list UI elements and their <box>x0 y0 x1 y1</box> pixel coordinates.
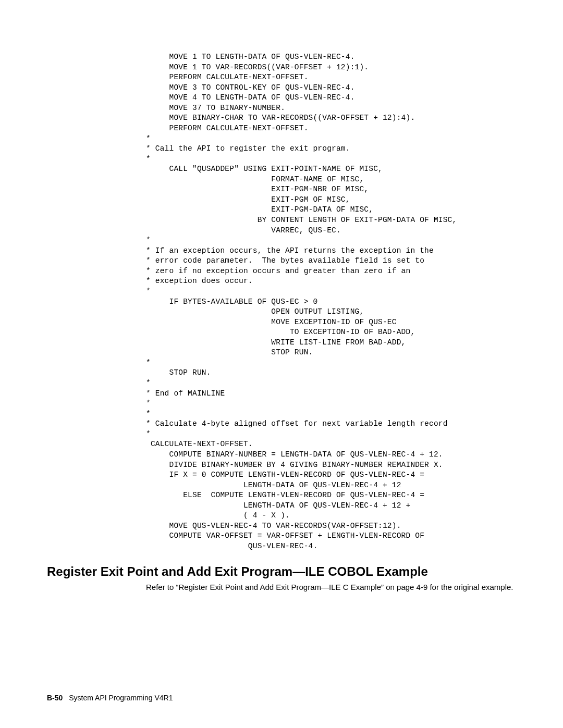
section-heading: Register Exit Point and Add Exit Program… <box>47 564 516 579</box>
body-paragraph: Refer to “Register Exit Point and Add Ex… <box>146 582 516 593</box>
page-footer: B-50 System API Programming V4R1 <box>47 694 173 702</box>
code-listing: MOVE 1 TO LENGTH-DATA OF QUS-VLEN-REC-4.… <box>146 52 516 552</box>
page-number: B-50 <box>47 694 63 702</box>
book-title: System API Programming V4R1 <box>69 694 173 702</box>
